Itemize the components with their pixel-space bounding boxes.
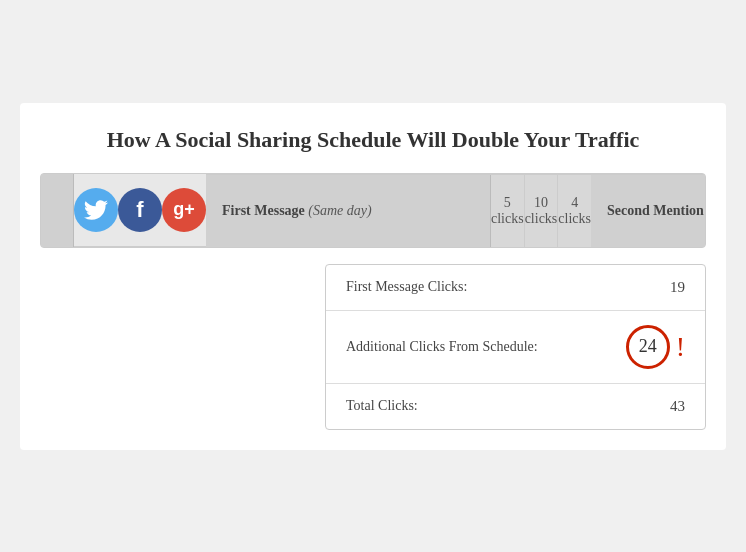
summary-row-2: Additional Clicks From Schedule: 24 ! [326,311,705,384]
summary-section: First Message Clicks: 19 Additional Clic… [325,264,706,430]
main-card: How A Social Sharing Schedule Will Doubl… [20,103,726,450]
row-1-twitter: 5 clicks [491,175,525,247]
summary-value-1: 19 [670,279,685,296]
row-label-1: First Message (Same day) [206,175,491,247]
summary-label-1: First Message Clicks: [346,279,467,295]
row-label-text-1: First Message (Same day) [222,203,372,219]
table-row: First Message (Same day) 5 clicks 10 cli… [206,174,591,247]
summary-row-1: First Message Clicks: 19 [326,265,705,311]
exclamation-icon: ! [676,333,685,361]
summary-value-3: 43 [670,398,685,415]
circled-value: 24 ! [626,325,685,369]
googleplus-header: g+ [162,174,206,246]
facebook-icon: f [118,188,162,232]
comparison-table: f g+ First Message (Same day) 5 clicks 1… [40,173,706,248]
twitter-icon [74,188,118,232]
summary-label-2: Additional Clicks From Schedule: [346,339,538,355]
icon-header-row: f g+ [74,174,206,247]
facebook-header: f [118,174,162,246]
summary-row-3: Total Clicks: 43 [326,384,705,429]
summary-label-3: Total Clicks: [346,398,418,414]
page-title: How A Social Sharing Schedule Will Doubl… [40,127,706,153]
label-header [41,174,74,247]
row-1-facebook: 10 clicks [525,175,559,247]
row-label-text-2: Second Mention (Next day) [607,203,706,219]
row-1-gplus: 4 clicks [558,175,591,247]
circled-number: 24 [626,325,670,369]
googleplus-icon: g+ [162,188,206,232]
twitter-header [74,174,118,246]
table-row: Second Mention (Next day) 4 clicks 8 cli… [591,174,706,247]
row-label-2: Second Mention (Next day) [591,175,706,247]
